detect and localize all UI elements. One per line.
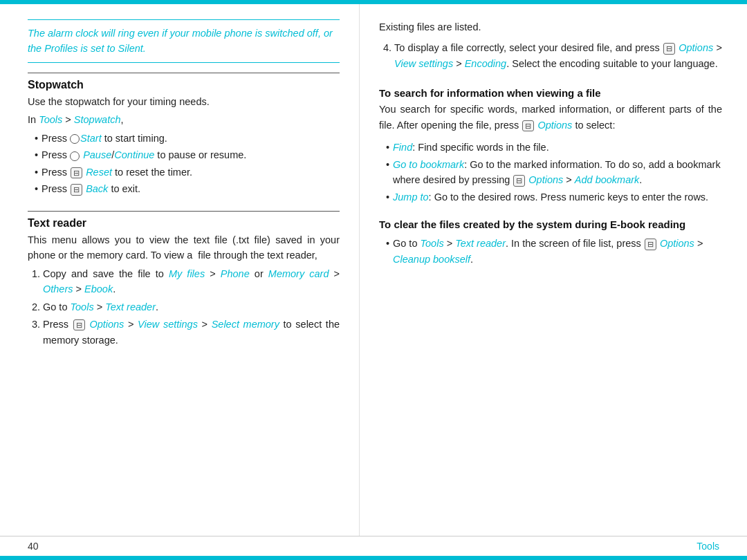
textreader-divider — [28, 211, 340, 212]
textreader-intro: This menu allows you to view the text fi… — [28, 232, 340, 263]
textreader-steps: Copy and save the file to My files > Pho… — [28, 266, 340, 348]
page: The alarm clock will ring even if your m… — [0, 0, 747, 560]
clear-title: To clear the files created by the system… — [379, 218, 722, 230]
circle-icon-1 — [70, 134, 80, 144]
btn-icon-options-3: ⊟ — [522, 120, 534, 131]
step-4: To display a file correctly, select your… — [394, 40, 722, 71]
stopwatch-bullet-2: Press Pause/Continue to pause or resume. — [35, 147, 340, 162]
step4-list: To display a file correctly, select your… — [379, 40, 722, 73]
alarm-text: The alarm clock will ring even if your m… — [28, 28, 333, 54]
right-column: Existing files are listed. To display a … — [360, 4, 747, 536]
existing-files: Existing files are listed. — [379, 19, 722, 35]
stopwatch-section: Stopwatch Use the stopwatch for your tim… — [28, 73, 340, 201]
clear-bullets: Go to Tools > Text reader. In the screen… — [379, 236, 722, 268]
btn-icon-options-4: ⊟ — [513, 175, 525, 186]
left-column: The alarm clock will ring even if your m… — [0, 4, 360, 536]
search-bullet-jumpto: Jump to: Go to the desired rows. Press n… — [386, 189, 722, 205]
textreader-title: Text reader — [28, 217, 340, 230]
section-name: Tools — [697, 541, 719, 552]
search-bullet-bookmark: Go to bookmark: Go to the marked informa… — [386, 157, 722, 188]
search-title: To search for information when viewing a… — [379, 87, 722, 99]
btn-icon-options-1: ⊟ — [73, 319, 85, 330]
bottom-bar — [0, 556, 747, 560]
circle-icon-2 — [70, 151, 80, 161]
stopwatch-bullet-1: Press Start to start timing. — [35, 131, 340, 146]
stopwatch-bullet-3: Press ⊟ Reset to reset the timer. — [35, 165, 340, 180]
stopwatch-title: Stopwatch — [28, 79, 340, 91]
btn-icon-reset: ⊟ — [71, 167, 82, 178]
stopwatch-intro: Use the stopwatch for your timing needs. — [28, 94, 340, 109]
btn-icon-back: ⊟ — [71, 184, 82, 195]
search-bullet-find: Find: Find specific words in the file. — [386, 140, 722, 155]
textreader-step-2: Go to Tools > Text reader. — [43, 299, 340, 315]
content-area: The alarm clock will ring even if your m… — [0, 4, 747, 536]
btn-icon-options-5: ⊟ — [645, 239, 656, 250]
text-reader-section: Text reader This menu allows you to view… — [28, 211, 340, 352]
stopwatch-bullets: Press Start to start timing. Press Pause… — [28, 131, 340, 197]
textreader-step-1: Copy and save the file to My files > Pho… — [43, 266, 340, 297]
search-bullets: Find: Find specific words in the file. G… — [379, 140, 722, 206]
stopwatch-bullet-4: Press ⊟ Back to exit. — [35, 181, 340, 196]
stopwatch-divider — [28, 73, 340, 73]
search-intro: You search for specific words, marked in… — [379, 102, 722, 133]
footer: 40 Tools — [0, 536, 747, 556]
stopwatch-path: In Tools > Stopwatch, — [28, 112, 340, 127]
textreader-step-3: Press ⊟ Options > View settings > Select… — [43, 317, 340, 348]
clear-bullet: Go to Tools > Text reader. In the screen… — [386, 236, 722, 267]
page-number: 40 — [28, 541, 39, 552]
btn-icon-options-2: ⊟ — [663, 43, 675, 54]
alarm-highlight: The alarm clock will ring even if your m… — [28, 19, 340, 63]
